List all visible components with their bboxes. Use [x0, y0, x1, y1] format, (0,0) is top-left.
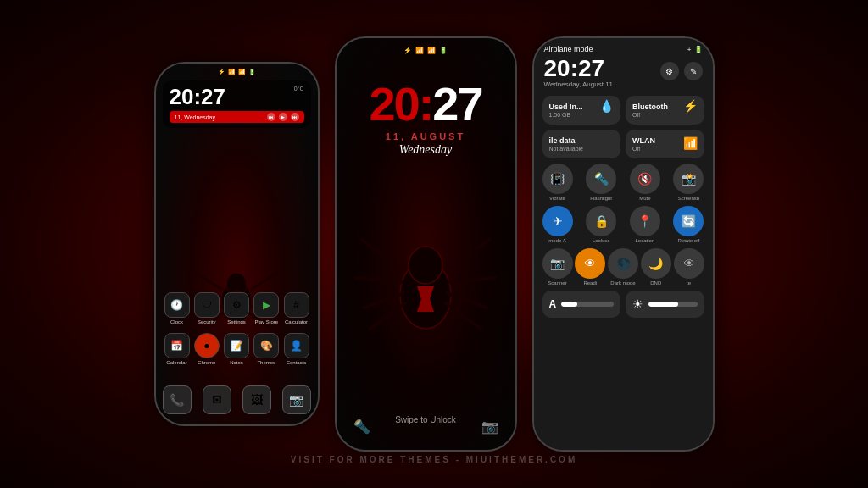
status-bar-left: ⚡ 📶 📶 🔋 — [156, 69, 318, 75]
screenshot-label: Screensh — [678, 196, 699, 201]
brightness-slider-bar[interactable] — [648, 302, 698, 307]
signal-icon-center: 📶 — [415, 47, 424, 54]
app-settings[interactable]: ⚙ Settings — [222, 292, 251, 324]
location-group: 📍 Location — [630, 206, 660, 243]
dock-gallery[interactable]: 🖼 — [242, 385, 271, 414]
airplane-btn[interactable]: ✈ — [542, 206, 573, 236]
text-size-icon: A — [549, 298, 557, 310]
extra-label: te — [687, 280, 691, 286]
flashlight-btn[interactable]: 🔦 — [586, 164, 616, 194]
next-btn[interactable]: ⏭ — [291, 113, 299, 121]
app-chrome[interactable]: ● Chrome — [192, 333, 221, 365]
phone-left: ⚡ 📶 📶 🔋 20:27 0°C 11, Wednesday ⏮ ▶ ⏭ — [154, 62, 320, 426]
dnd-group: 🌙 DND — [641, 248, 671, 286]
rotate-group: 🔄 Rotate off — [673, 206, 704, 243]
tile-mobile-sub: Not available — [549, 146, 615, 152]
lock-date: 11, AUGUST — [337, 131, 515, 141]
cc-tile-wlan[interactable]: 📶 WLAN Off — [626, 130, 704, 158]
status-bar-center: ⚡ 📶 📶 🔋 — [337, 47, 515, 54]
lock-group: 🔒 Lock sc — [586, 206, 616, 243]
svg-line-6 — [252, 272, 279, 289]
lock-label: Lock sc — [593, 238, 609, 243]
vibrate-btn[interactable]: 📳 — [542, 164, 573, 194]
reading-group: 👁 Readi — [575, 248, 605, 286]
scanner-label: Scanner — [548, 280, 566, 286]
location-btn[interactable]: 📍 — [630, 206, 660, 236]
phone-left-screen: ⚡ 📶 📶 🔋 20:27 0°C 11, Wednesday ⏮ ▶ ⏭ — [156, 64, 318, 424]
media-controls[interactable]: ⏮ ▶ ⏭ — [267, 113, 299, 121]
dnd-label: DND — [650, 280, 661, 286]
cc-buttons-row-3: 📷 Scanner 👁 Readi 🌑 Dark mode 🌙 DND — [542, 248, 704, 286]
cc-buttons-row-2: ✈ mode A 🔒 Lock sc 📍 Location 🔄 Rotate o… — [542, 206, 704, 243]
clock-widget: 20:27 0°C 11, Wednesday ⏮ ▶ ⏭ — [163, 80, 311, 128]
lock-time-display: 20:27 — [337, 80, 515, 128]
wifi-icon-center: 📶 — [427, 47, 436, 54]
cc-clock: 20:27 Wednesday, August 11 — [544, 57, 614, 88]
app-security[interactable]: 🛡 Security — [192, 292, 221, 324]
app-contacts[interactable]: 👤 Contacts — [282, 333, 311, 365]
svg-line-18 — [449, 278, 495, 282]
app-calendar[interactable]: 📅 Calendar — [163, 333, 192, 365]
wlan-icon: 📶 — [683, 136, 698, 150]
scanner-btn[interactable]: 📷 — [542, 248, 573, 279]
airplane-mode-label: Airplane mode — [544, 45, 593, 53]
phones-container: ⚡ 📶 📶 🔋 20:27 0°C 11, Wednesday ⏮ ▶ ⏭ — [0, 0, 868, 488]
text-slider-bar[interactable] — [561, 302, 614, 307]
mute-btn[interactable]: 🔇 — [630, 164, 660, 194]
cc-tile-data[interactable]: 💧 Used In... 1.50 GB — [542, 96, 621, 125]
mute-group: 🔇 Mute — [630, 164, 660, 201]
app-calculator[interactable]: # Calculator — [282, 292, 311, 324]
cc-sliders: A ☀ — [542, 291, 704, 318]
svg-line-15 — [364, 293, 403, 308]
tile-data-value: 1.50 GB — [549, 112, 615, 118]
cc-tiles-row-1: 💧 Used In... 1.50 GB ⚡ Bluetooth Off — [542, 96, 704, 125]
prev-btn[interactable]: ⏮ — [267, 113, 275, 121]
lock-btn[interactable]: 🔒 — [586, 206, 616, 236]
dock-mail[interactable]: ✉ — [203, 385, 231, 414]
phone-right: Airplane mode + 🔋 20:27 Wednesday, Augus… — [532, 36, 715, 452]
cc-date-display: Wednesday, August 11 — [544, 80, 614, 88]
cc-slider-text[interactable]: A — [542, 291, 621, 318]
cc-edit-icon[interactable]: ✎ — [684, 62, 703, 80]
dock-camera[interactable]: 📷 — [282, 385, 311, 414]
lock-flashlight-icon[interactable]: 🔦 — [353, 419, 370, 435]
lock-camera-icon[interactable]: 📷 — [481, 419, 498, 435]
app-themes[interactable]: 🎨 Themes — [252, 333, 281, 365]
lock-day: Wednesday — [337, 143, 515, 157]
cc-buttons-row-1: 📳 Vibrate 🔦 Flashlight 🔇 Mute 📸 Screensh — [542, 164, 704, 201]
cc-tile-bluetooth[interactable]: ⚡ Bluetooth Off — [626, 96, 704, 125]
cc-settings-icon[interactable]: ⚙ — [660, 62, 679, 80]
data-icon: 💧 — [599, 99, 614, 113]
app-playstore[interactable]: ▶ Play Store — [252, 292, 281, 324]
rotate-label: Rotate off — [678, 238, 700, 243]
date-row: 11, Wednesday ⏮ ▶ ⏭ — [170, 111, 304, 123]
location-label: Location — [635, 238, 654, 243]
flashlight-group: 🔦 Flashlight — [586, 164, 616, 201]
app-notes[interactable]: 📝 Notes — [222, 333, 251, 365]
cc-tiles-row-2: ile data Not available 📶 WLAN Off — [542, 130, 704, 158]
app-row-2: 📅 Calendar ● Chrome 📝 Notes 🎨 Themes — [163, 333, 311, 365]
dock-phone[interactable]: 📞 — [163, 385, 192, 414]
lock-hour: 20 — [369, 77, 418, 130]
reading-btn[interactable]: 👁 — [575, 248, 605, 279]
battery-icon-center: 🔋 — [439, 47, 448, 54]
rotate-btn[interactable]: 🔄 — [673, 206, 704, 236]
phone-center: ⚡ 📶 📶 🔋 20:27 11, AUGUST Wednesday Swipe… — [335, 36, 517, 452]
screenshot-btn[interactable]: 📸 — [673, 164, 704, 194]
extra-btn[interactable]: 👁 — [674, 248, 704, 279]
cc-slider-brightness[interactable]: ☀ — [626, 291, 704, 318]
lock-colon: : — [419, 77, 433, 130]
svg-line-2 — [194, 272, 221, 289]
wifi-icon: 📶 — [238, 69, 246, 75]
cc-tile-mobile[interactable]: ile data Not available — [542, 130, 621, 158]
temp-display: 0°C — [294, 86, 304, 92]
reading-label: Readi — [583, 280, 597, 286]
screenoff-btn[interactable]: 🌑 — [608, 248, 638, 279]
date-text: 11, Wednesday — [175, 114, 216, 120]
svg-line-17 — [449, 240, 489, 269]
play-btn[interactable]: ▶ — [279, 113, 287, 121]
dnd-btn[interactable]: 🌙 — [641, 248, 671, 279]
screenoff-label: Dark mode — [610, 280, 635, 286]
app-clock[interactable]: 🕐 Clock — [163, 292, 192, 324]
flashlight-label: Flashlight — [590, 196, 612, 201]
